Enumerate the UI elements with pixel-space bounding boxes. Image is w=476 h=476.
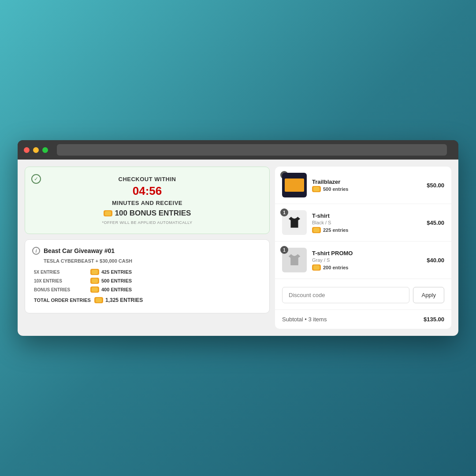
item-entries: 225 entries bbox=[312, 227, 421, 233]
entries-total-label: TOTAL ORDER ENTRIES bbox=[34, 298, 91, 303]
apply-discount-button[interactable]: Apply bbox=[413, 287, 444, 303]
subtotal-label: Subtotal • 3 items bbox=[282, 316, 327, 323]
item-price: $40.00 bbox=[427, 257, 444, 264]
item-variant: Black / S bbox=[312, 220, 421, 225]
order-item: 1 T-shirt PROMO Gray / S 200 entries bbox=[275, 242, 451, 279]
item-price: $50.00 bbox=[427, 182, 444, 189]
svg-rect-4 bbox=[288, 187, 299, 188]
item-variant: Gray / S bbox=[312, 257, 421, 263]
svg-rect-1 bbox=[286, 180, 303, 190]
entries-total-value: 1,325 ENTRIES bbox=[94, 297, 143, 303]
coin-icon bbox=[90, 269, 99, 275]
giveaway-card: i Beast Car Giveaway #01 TESLA CYBERBEAS… bbox=[25, 239, 270, 313]
item-image-trailblazer bbox=[282, 173, 307, 197]
entries-10x-value: 500 ENTRIES bbox=[90, 278, 132, 284]
entries-5x-value: 425 ENTRIES bbox=[90, 269, 132, 275]
giveaway-subtitle: TESLA CYBERBEAST + $30,000 CASH bbox=[32, 258, 262, 264]
svg-rect-3 bbox=[288, 185, 297, 186]
checkout-within-label: CHECKOUT WITHIN bbox=[32, 176, 262, 182]
trailblazer-product-svg bbox=[284, 178, 305, 192]
item-entries: 500 entries bbox=[312, 186, 421, 192]
bonus-entries-text: 100 BONUS ENTRIES bbox=[115, 209, 191, 218]
bonus-entries-row: 100 BONUS ENTRIES bbox=[32, 209, 262, 218]
discount-code-input[interactable] bbox=[282, 287, 409, 303]
giveaway-title: Beast Car Giveaway #01 bbox=[44, 247, 115, 254]
item-name: T-shirt PROMO bbox=[312, 250, 421, 257]
item-details: Trailblazer 500 entries bbox=[312, 178, 421, 192]
tshirt-gray-svg bbox=[286, 252, 303, 268]
coin-icon bbox=[94, 297, 103, 303]
browser-content: ✓ CHECKOUT WITHIN 04:56 MINUTES AND RECE… bbox=[18, 160, 458, 336]
offer-note: *OFFER WILL BE APPLIED AUTOMATICALLY bbox=[32, 220, 262, 225]
entries-bonus-value: 400 ENTRIES bbox=[90, 286, 132, 293]
checkout-banner: ✓ CHECKOUT WITHIN 04:56 MINUTES AND RECE… bbox=[25, 167, 270, 234]
item-entries: 200 entries bbox=[312, 264, 421, 271]
list-item: 5X ENTRIES 425 ENTRIES bbox=[34, 269, 262, 275]
item-name: Trailblazer bbox=[312, 178, 421, 185]
coin-icon bbox=[90, 278, 99, 284]
item-name: T-shirt bbox=[312, 212, 421, 219]
browser-titlebar bbox=[18, 140, 458, 160]
svg-rect-0 bbox=[285, 178, 304, 192]
list-item: BONUS ENTRIES 400 ENTRIES bbox=[34, 286, 262, 293]
item-price: $45.00 bbox=[427, 219, 444, 226]
coin-icon bbox=[312, 186, 321, 192]
coin-icon bbox=[312, 264, 321, 271]
item-quantity-badge: 1 bbox=[280, 246, 288, 254]
coin-icon bbox=[312, 227, 321, 233]
list-item: 10X ENTRIES 500 ENTRIES bbox=[34, 278, 262, 284]
subtotal-row: Subtotal • 3 items $135.00 bbox=[275, 310, 451, 329]
entries-5x-label: 5X ENTRIES bbox=[34, 270, 87, 275]
item-details: T-shirt PROMO Gray / S 200 entries bbox=[312, 250, 421, 271]
tshirt-black-svg bbox=[286, 214, 303, 231]
order-item: 1 Trailblazer bbox=[275, 167, 451, 204]
giveaway-header: i Beast Car Giveaway #01 bbox=[32, 247, 262, 255]
close-button[interactable] bbox=[24, 147, 30, 153]
item-image-wrap: 1 bbox=[282, 173, 307, 197]
address-bar[interactable] bbox=[57, 144, 447, 156]
subtotal-value: $135.00 bbox=[424, 316, 444, 323]
discount-section: Apply bbox=[275, 281, 451, 310]
entries-table: 5X ENTRIES 425 ENTRIES 10X ENTRIES 500 E… bbox=[32, 269, 262, 303]
svg-rect-2 bbox=[288, 182, 301, 184]
coin-icon bbox=[90, 286, 99, 293]
order-items: 1 Trailblazer bbox=[275, 167, 451, 281]
item-image-wrap: 1 bbox=[282, 210, 307, 235]
item-image-wrap: 1 bbox=[282, 248, 307, 272]
item-details: T-shirt Black / S 225 entries bbox=[312, 212, 421, 233]
check-icon: ✓ bbox=[31, 174, 41, 184]
info-icon: i bbox=[32, 247, 40, 255]
entries-10x-label: 10X ENTRIES bbox=[34, 279, 87, 283]
countdown-timer: 04:56 bbox=[32, 184, 262, 198]
minimize-button[interactable] bbox=[33, 147, 39, 153]
minutes-label: MINUTES AND RECEIVE bbox=[32, 200, 262, 206]
order-item: 1 T-shirt Black / S 225 entries bbox=[275, 204, 451, 242]
browser-window: ✓ CHECKOUT WITHIN 04:56 MINUTES AND RECE… bbox=[18, 140, 458, 336]
entries-bonus-label: BONUS ENTRIES bbox=[34, 287, 87, 292]
left-panel: ✓ CHECKOUT WITHIN 04:56 MINUTES AND RECE… bbox=[25, 167, 270, 329]
coin-icon bbox=[104, 210, 112, 216]
item-quantity-badge: 1 bbox=[280, 208, 288, 216]
maximize-button[interactable] bbox=[42, 147, 48, 153]
entries-total-row: TOTAL ORDER ENTRIES 1,325 ENTRIES bbox=[34, 295, 262, 303]
right-panel: 1 Trailblazer bbox=[275, 167, 451, 329]
